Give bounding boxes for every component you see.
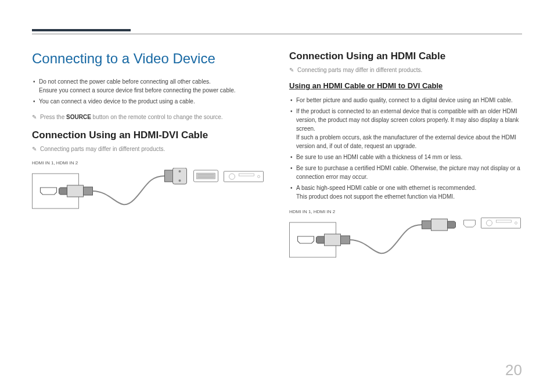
page-title: Connecting to a Video Device bbox=[32, 51, 265, 67]
svg-rect-1 bbox=[67, 185, 84, 197]
heading-hdmi: Connection Using an HDMI Cable bbox=[289, 51, 522, 62]
svg-point-14 bbox=[258, 175, 260, 178]
svg-point-6 bbox=[179, 179, 181, 182]
bullet-item: For better picture and audio quality, co… bbox=[289, 96, 522, 105]
bullet-item: You can connect a video device to the pr… bbox=[32, 97, 265, 106]
dvi-port-icon bbox=[194, 170, 218, 182]
svg-point-12 bbox=[229, 174, 235, 179]
hdmi-port-icon bbox=[464, 220, 476, 227]
bullet-item: Be sure to use an HDMI cable with a thic… bbox=[289, 153, 522, 161]
heading-hdmi-dvi: Connection Using an HDMI-DVI Cable bbox=[32, 130, 265, 141]
bullet-item: A basic high-speed HDMI cable or one wit… bbox=[289, 184, 522, 201]
bullet-item: Be sure to purchase a certified HDMI cab… bbox=[289, 164, 522, 181]
svg-rect-2 bbox=[84, 187, 93, 195]
dvd-player-icon bbox=[481, 218, 521, 228]
hdmi-dvi-diagram bbox=[32, 168, 265, 223]
port-label-right: HDMI IN 1, HDMI IN 2 bbox=[289, 209, 522, 214]
right-column: Connection Using an HDMI Cable Connectin… bbox=[289, 51, 522, 274]
svg-rect-13 bbox=[239, 174, 254, 176]
svg-rect-3 bbox=[165, 170, 173, 182]
source-button-label: SOURCE bbox=[66, 114, 91, 120]
page-number: 20 bbox=[505, 361, 522, 379]
content-columns: Connecting to a Video Device Do not conn… bbox=[32, 51, 522, 274]
svg-rect-17 bbox=[341, 236, 350, 244]
note-differ-left: Connecting parts may differ in different… bbox=[32, 146, 265, 152]
port-label-left: HDMI IN 1, HDMI IN 2 bbox=[32, 160, 265, 166]
hdmi-diagram bbox=[289, 217, 522, 272]
note-text-after: button on the remote control to change t… bbox=[91, 114, 223, 120]
bullet-item: If the product is connected to an extern… bbox=[289, 107, 522, 150]
svg-rect-19 bbox=[431, 219, 448, 231]
svg-rect-16 bbox=[325, 234, 341, 246]
left-column: Connecting to a Video Device Do not conn… bbox=[32, 51, 265, 274]
header-full-rule bbox=[32, 34, 522, 34]
hdmi-bullets: For better picture and audio quality, co… bbox=[289, 96, 522, 201]
dvi-plug-icon bbox=[165, 168, 187, 184]
subheading-hdmi-dvi-cable: Using an HDMI Cable or HDMI to DVI Cable bbox=[289, 81, 522, 90]
hdmi-plug-icon bbox=[422, 219, 456, 231]
source-note: Press the SOURCE button on the remote co… bbox=[32, 114, 265, 120]
hdmi-plug-icon bbox=[59, 185, 93, 197]
note-differ-right: Connecting parts may differ in different… bbox=[289, 67, 522, 73]
bullet-item: Do not connect the power cable before co… bbox=[32, 77, 265, 95]
dvd-player-icon bbox=[224, 171, 264, 182]
header-accent-rule bbox=[32, 29, 131, 31]
note-text: Press the bbox=[40, 114, 66, 120]
hdmi-plug-icon bbox=[316, 234, 350, 246]
intro-bullets: Do not connect the power cable before co… bbox=[32, 77, 265, 106]
svg-rect-22 bbox=[497, 220, 512, 222]
svg-point-23 bbox=[515, 222, 517, 224]
svg-rect-18 bbox=[422, 221, 431, 229]
svg-point-5 bbox=[179, 170, 181, 172]
svg-rect-8 bbox=[197, 173, 215, 179]
svg-point-21 bbox=[487, 220, 492, 226]
